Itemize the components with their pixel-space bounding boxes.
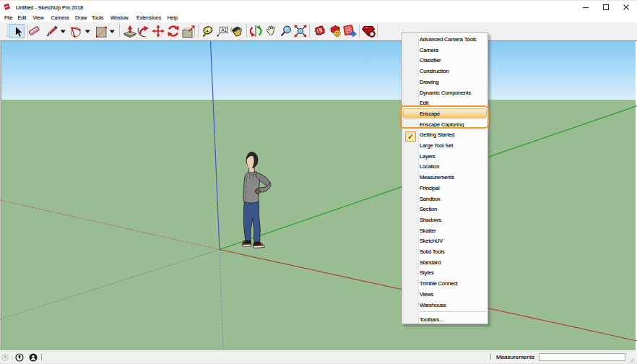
svg-text:A1: A1 (221, 27, 227, 32)
